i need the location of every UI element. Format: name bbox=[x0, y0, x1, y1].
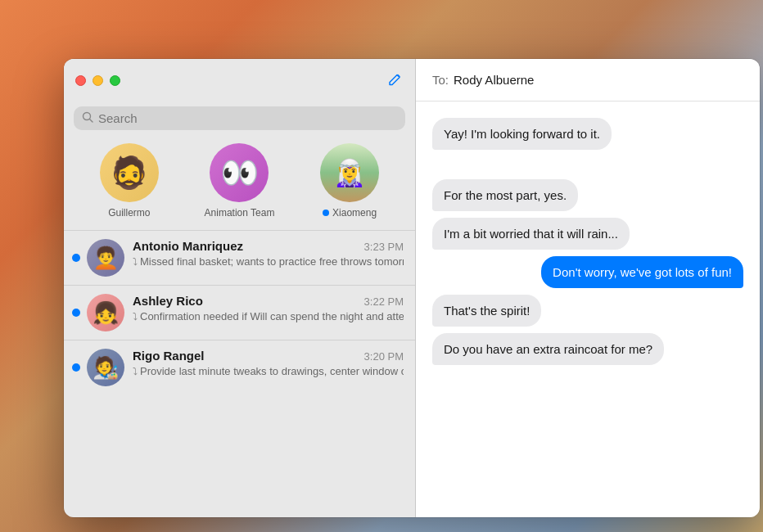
rigo-name: Rigo Rangel bbox=[133, 349, 205, 363]
list-item[interactable]: 🧑‍🎨 Rigo Rangel 3:20 PM ⤵ Provide last m… bbox=[64, 340, 415, 394]
bubble-received: That's the spirit! bbox=[432, 295, 541, 327]
list-item[interactable]: 👧 Ashley Rico 3:22 PM ⤵ Confirmation nee… bbox=[64, 285, 415, 340]
maximize-button[interactable] bbox=[110, 75, 120, 86]
recipient-name: Rody Albuerne bbox=[454, 73, 534, 87]
xiaomeng-online-dot bbox=[323, 210, 329, 216]
ashley-avatar: 👧 bbox=[87, 294, 124, 331]
xiaomeng-avatar: 🧝‍♀️ bbox=[320, 143, 379, 202]
antonio-preview-icon: ⤵ bbox=[133, 256, 138, 268]
bubble-sent: Don't worry, we've got lots of fun! bbox=[541, 256, 743, 288]
rigo-content: Rigo Rangel 3:20 PM ⤵ Provide last minut… bbox=[133, 349, 404, 377]
antonio-name: Antonio Manriquez bbox=[133, 239, 243, 253]
list-item[interactable]: 🧑‍🦱 Antonio Manriquez 3:23 PM ⤵ Missed f… bbox=[64, 230, 415, 285]
ashley-name: Ashley Rico bbox=[133, 294, 203, 308]
contact-guillermo[interactable]: 🧔 Guillermo bbox=[100, 143, 159, 219]
ashley-preview-icon: ⤵ bbox=[133, 311, 138, 322]
sidebar: 🧔 Guillermo 👀 Animation Team 🧝‍♀️ Xiaome… bbox=[64, 59, 416, 517]
xiaomeng-name: Xiaomeng bbox=[323, 207, 377, 219]
rigo-preview-icon: ⤵ bbox=[133, 366, 138, 377]
bubble-received: For the most part, yes. bbox=[432, 179, 578, 211]
search-input[interactable] bbox=[98, 111, 397, 125]
compose-button[interactable] bbox=[387, 71, 404, 90]
window-controls bbox=[75, 75, 120, 86]
guillermo-name: Guillermo bbox=[108, 207, 150, 219]
message-row-received: For the most part, yes. bbox=[432, 179, 743, 211]
chat-messages: Yay! I'm looking forward to it. For the … bbox=[416, 101, 760, 517]
message-row-received: I'm a bit worried that it will rain... bbox=[432, 218, 743, 250]
animation-team-avatar: 👀 bbox=[210, 143, 269, 202]
unread-indicator bbox=[72, 309, 80, 317]
antonio-avatar: 🧑‍🦱 bbox=[87, 239, 124, 277]
rigo-preview: ⤵ Provide last minute tweaks to drawings… bbox=[133, 365, 404, 377]
ashley-header: Ashley Rico 3:22 PM bbox=[133, 294, 404, 308]
message-row-sent: Don't worry, we've got lots of fun! bbox=[432, 256, 743, 288]
antonio-content: Antonio Manriquez 3:23 PM ⤵ Missed final… bbox=[133, 239, 404, 268]
contact-xiaomeng[interactable]: 🧝‍♀️ Xiaomeng bbox=[320, 143, 379, 219]
minimize-button[interactable] bbox=[93, 75, 103, 86]
unread-indicator bbox=[72, 363, 80, 372]
message-row-received: Do you have an extra raincoat for me? bbox=[432, 333, 743, 365]
guillermo-emoji: 🧔 bbox=[110, 155, 148, 191]
close-button[interactable] bbox=[75, 75, 86, 86]
chat-header: To: Rody Albuerne bbox=[416, 59, 760, 101]
message-row-received: That's the spirit! bbox=[432, 295, 743, 327]
rigo-header: Rigo Rangel 3:20 PM bbox=[133, 349, 404, 363]
ashley-time: 3:22 PM bbox=[364, 295, 404, 308]
search-bar bbox=[74, 106, 405, 130]
messages-window: 🧔 Guillermo 👀 Animation Team 🧝‍♀️ Xiaome… bbox=[64, 59, 760, 517]
rigo-avatar: 🧑‍🎨 bbox=[87, 349, 124, 386]
to-label: To: bbox=[432, 73, 449, 87]
animation-team-emoji: 👀 bbox=[220, 155, 259, 191]
ashley-preview: ⤵ Confirmation needed if Will can spend … bbox=[133, 310, 404, 322]
antonio-time: 3:23 PM bbox=[364, 241, 404, 253]
search-icon bbox=[82, 111, 93, 125]
xiaomeng-image: 🧝‍♀️ bbox=[320, 143, 379, 202]
antonio-preview: ⤵ Missed final basket; wants to practice… bbox=[133, 255, 404, 268]
chat-panel: To: Rody Albuerne Yay! I'm looking forwa… bbox=[416, 59, 760, 517]
titlebar bbox=[64, 59, 415, 101]
ashley-content: Ashley Rico 3:22 PM ⤵ Confirmation neede… bbox=[133, 294, 404, 322]
message-row-received: Yay! I'm looking forward to it. bbox=[432, 118, 743, 150]
contact-animation-team[interactable]: 👀 Animation Team bbox=[205, 143, 275, 219]
antonio-header: Antonio Manriquez 3:23 PM bbox=[133, 239, 404, 253]
bubble-received: Yay! I'm looking forward to it. bbox=[432, 118, 612, 150]
rigo-time: 3:20 PM bbox=[364, 350, 404, 363]
bubble-received: I'm a bit worried that it will rain... bbox=[432, 218, 630, 250]
spacer bbox=[432, 156, 743, 173]
animation-team-name: Animation Team bbox=[205, 207, 275, 219]
message-list: 🧑‍🦱 Antonio Manriquez 3:23 PM ⤵ Missed f… bbox=[64, 230, 415, 517]
guillermo-avatar: 🧔 bbox=[100, 143, 159, 202]
unread-indicator bbox=[72, 254, 80, 262]
bubble-received: Do you have an extra raincoat for me? bbox=[432, 333, 664, 365]
pinned-contacts: 🧔 Guillermo 👀 Animation Team 🧝‍♀️ Xiaome… bbox=[64, 138, 415, 230]
svg-line-1 bbox=[90, 119, 93, 123]
